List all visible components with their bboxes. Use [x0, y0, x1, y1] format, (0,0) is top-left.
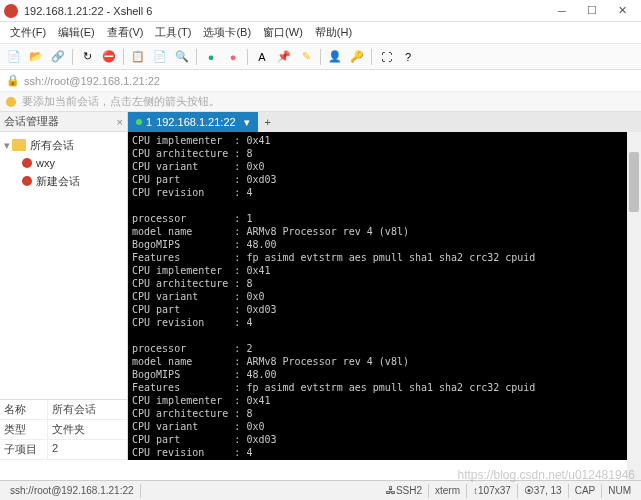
main-area: 1 192.168.1.21:22 ▾ + CPU implementer : … [128, 112, 641, 460]
new-session-icon[interactable]: 📄 [4, 47, 24, 67]
session-icon [22, 176, 32, 186]
open-icon[interactable]: 📂 [26, 47, 46, 67]
session-icon [22, 158, 32, 168]
disconnect-icon[interactable]: ⛔ [99, 47, 119, 67]
status-caps: CAP [569, 484, 603, 498]
maximize-button[interactable]: ☐ [577, 0, 607, 22]
font-icon[interactable]: A [252, 47, 272, 67]
fullscreen-icon[interactable]: ⛶ [376, 47, 396, 67]
tab-bar: 1 192.168.1.21:22 ▾ + [128, 112, 641, 132]
paste-icon[interactable]: 📄 [150, 47, 170, 67]
prop-row: 子项目2 [0, 440, 127, 460]
sidebar-properties: 名称所有会话 类型文件夹 子项目2 [0, 399, 127, 460]
folder-icon [12, 139, 26, 151]
connected-icon [136, 119, 142, 125]
tree-item-label: 新建会话 [36, 174, 80, 189]
vertical-scrollbar[interactable] [627, 132, 641, 480]
menu-view[interactable]: 查看(V) [101, 23, 150, 42]
menu-tabs[interactable]: 选项卡(B) [197, 23, 257, 42]
sidebar-close-icon[interactable]: × [117, 116, 123, 128]
tree-root[interactable]: ▾ 所有会话 [4, 136, 123, 154]
hint-text: 要添加当前会话，点击左侧的箭头按钮。 [22, 94, 220, 109]
toolbar-separator [72, 49, 73, 65]
hint-bar: 要添加当前会话，点击左侧的箭头按钮。 [0, 92, 641, 112]
copy-icon[interactable]: 📋 [128, 47, 148, 67]
menu-help[interactable]: 帮助(H) [309, 23, 358, 42]
menu-window[interactable]: 窗口(W) [257, 23, 309, 42]
app-icon [4, 4, 18, 18]
workspace: 会话管理器 × ▾ 所有会话 wxy 新建会话 名称所有会话 类型文件夹 子项目… [0, 112, 641, 460]
help-icon[interactable]: ? [398, 47, 418, 67]
window-title: 192.168.1.21:22 - Xshell 6 [24, 5, 547, 17]
tree-item[interactable]: 新建会话 [4, 172, 123, 190]
user-icon[interactable]: 👤 [325, 47, 345, 67]
reconnect-icon[interactable]: ↻ [77, 47, 97, 67]
tab-index: 1 [146, 116, 152, 128]
menu-file[interactable]: 文件(F) [4, 23, 52, 42]
prop-row: 类型文件夹 [0, 420, 127, 440]
menu-edit[interactable]: 编辑(E) [52, 23, 101, 42]
tree-root-label: 所有会话 [30, 138, 74, 153]
sidebar-header: 会话管理器 × [0, 112, 127, 132]
lock-icon: 🔒 [6, 74, 20, 87]
prop-row: 名称所有会话 [0, 400, 127, 420]
address-bar: 🔒 ssh://root@192.168.1.21:22 [0, 70, 641, 92]
status-num: NUM [602, 484, 637, 498]
session-tab[interactable]: 1 192.168.1.21:22 ▾ [128, 112, 258, 132]
toolbar-separator [196, 49, 197, 65]
connect-icon[interactable]: 🔗 [48, 47, 68, 67]
session-sidebar: 会话管理器 × ▾ 所有会话 wxy 新建会话 名称所有会话 类型文件夹 子项目… [0, 112, 128, 460]
add-tab-button[interactable]: + [258, 112, 278, 132]
find-icon[interactable]: 🔍 [172, 47, 192, 67]
address-text[interactable]: ssh://root@192.168.1.21:22 [24, 75, 160, 87]
terminal[interactable]: CPU implementer : 0x41 CPU architecture … [128, 132, 641, 460]
color-icon[interactable]: ● [223, 47, 243, 67]
menu-bar: 文件(F) 编辑(E) 查看(V) 工具(T) 选项卡(B) 窗口(W) 帮助(… [0, 22, 641, 44]
menu-tools[interactable]: 工具(T) [149, 23, 197, 42]
toolbar-separator [371, 49, 372, 65]
status-cursor-pos: ⦿ 37, 13 [518, 484, 569, 498]
tab-label: 192.168.1.21:22 [156, 116, 236, 128]
window-titlebar: 192.168.1.21:22 - Xshell 6 ─ ☐ ✕ [0, 0, 641, 22]
properties-icon[interactable]: ● [201, 47, 221, 67]
status-termtype: xterm [429, 484, 467, 498]
toolbar-separator [247, 49, 248, 65]
status-bar: ssh://root@192.168.1.21:22 🖧 SSH2 xterm … [0, 480, 641, 500]
key-icon[interactable]: 🔑 [347, 47, 367, 67]
hint-icon [6, 97, 16, 107]
toolbar-separator [320, 49, 321, 65]
toolbar-separator [123, 49, 124, 65]
tree-item[interactable]: wxy [4, 154, 123, 172]
session-tree[interactable]: ▾ 所有会话 wxy 新建会话 [0, 132, 127, 399]
sidebar-title: 会话管理器 [4, 114, 59, 129]
status-size: ↕ 107x37 [467, 484, 518, 498]
status-address: ssh://root@192.168.1.21:22 [4, 484, 141, 498]
tab-dropdown-icon[interactable]: ▾ [244, 116, 250, 129]
status-protocol: 🖧 SSH2 [380, 484, 429, 498]
minimize-button[interactable]: ─ [547, 0, 577, 22]
tree-item-label: wxy [36, 157, 55, 169]
scrollbar-thumb[interactable] [629, 152, 639, 212]
pin-icon[interactable]: 📌 [274, 47, 294, 67]
highlight-icon[interactable]: ✎ [296, 47, 316, 67]
toolbar: 📄 📂 🔗 ↻ ⛔ 📋 📄 🔍 ● ● A 📌 ✎ 👤 🔑 ⛶ ? [0, 44, 641, 70]
close-button[interactable]: ✕ [607, 0, 637, 22]
